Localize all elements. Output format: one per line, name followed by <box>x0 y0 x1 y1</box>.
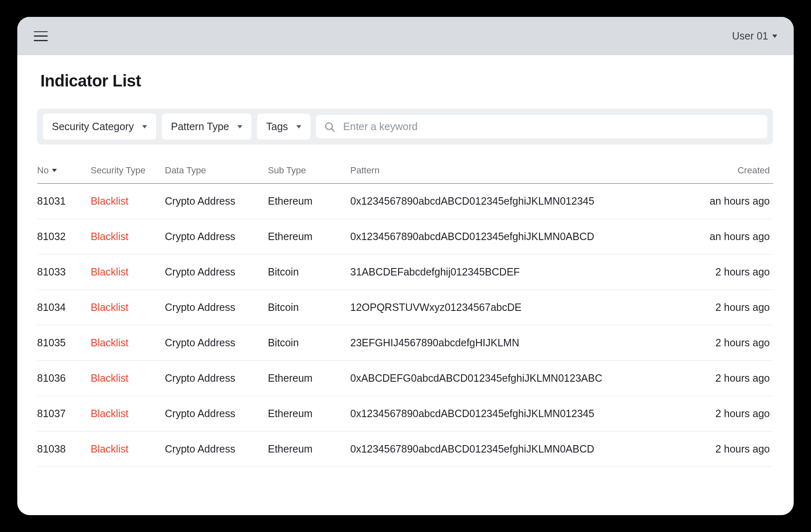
table-row[interactable]: 81036BlacklistCrypto AddressEthereum0xAB… <box>37 361 773 396</box>
cell-sub-type: Bitcoin <box>268 325 350 361</box>
cell-created: an hours ago <box>687 219 773 254</box>
user-label: User 01 <box>732 30 768 42</box>
caret-down-icon <box>772 35 777 38</box>
filter-tags[interactable]: Tags <box>257 114 310 140</box>
filter-pattern-type[interactable]: Pattern Type <box>162 114 251 140</box>
cell-data-type: Crypto Address <box>165 219 268 254</box>
cell-pattern: 31ABCDEFabcdefghij012345BCDEF <box>350 254 687 290</box>
cell-no: 81031 <box>37 184 91 219</box>
cell-data-type: Crypto Address <box>165 396 268 432</box>
caret-down-icon <box>237 125 242 128</box>
app-window: User 01 Indicator List Security Category… <box>17 17 794 515</box>
cell-no: 81036 <box>37 361 91 396</box>
cell-security-type: Blacklist <box>91 290 165 325</box>
cell-no: 81037 <box>37 396 91 432</box>
caret-down-icon <box>52 169 57 172</box>
cell-data-type: Crypto Address <box>165 254 268 290</box>
cell-created: an hours ago <box>687 184 773 219</box>
col-header-security-type[interactable]: Security Type <box>91 165 165 184</box>
col-header-no[interactable]: No <box>37 165 91 184</box>
filter-label: Tags <box>266 121 288 133</box>
cell-pattern: 0xABCDEFG0abcdABCD012345efghiJKLMN0123AB… <box>350 361 687 396</box>
cell-sub-type: Bitcoin <box>268 290 350 325</box>
table-row[interactable]: 81031BlacklistCrypto AddressEthereum0x12… <box>37 184 773 219</box>
svg-line-1 <box>331 128 334 131</box>
cell-no: 81034 <box>37 290 91 325</box>
search-box[interactable] <box>316 115 767 138</box>
page-title: Indicator List <box>37 72 773 90</box>
cell-security-type: Blacklist <box>91 361 165 396</box>
cell-created: 2 hours ago <box>687 432 773 467</box>
filter-security-category[interactable]: Security Category <box>43 114 156 140</box>
cell-pattern: 0x1234567890abcdABCD012345efghiJKLMN0ABC… <box>350 432 687 467</box>
table-row[interactable]: 81035BlacklistCrypto AddressBitcoin23EFG… <box>37 325 773 361</box>
cell-no: 81032 <box>37 219 91 254</box>
cell-data-type: Crypto Address <box>165 325 268 361</box>
table-row[interactable]: 81032BlacklistCrypto AddressEthereum0x12… <box>37 219 773 254</box>
user-menu[interactable]: User 01 <box>732 30 777 42</box>
table-row[interactable]: 81037BlacklistCrypto AddressEthereum0x12… <box>37 396 773 432</box>
table-header-row: No Security Type Data Type Sub Type Patt… <box>37 165 773 184</box>
cell-no: 81033 <box>37 254 91 290</box>
filter-bar: Security Category Pattern Type Tags <box>37 109 773 145</box>
cell-created: 2 hours ago <box>687 254 773 290</box>
cell-created: 2 hours ago <box>687 361 773 396</box>
search-icon <box>324 121 335 132</box>
cell-sub-type: Bitcoin <box>268 254 350 290</box>
cell-security-type: Blacklist <box>91 184 165 219</box>
cell-sub-type: Ethereum <box>268 361 350 396</box>
menu-icon[interactable] <box>34 31 48 41</box>
search-input[interactable] <box>343 121 759 133</box>
cell-security-type: Blacklist <box>91 325 165 361</box>
cell-data-type: Crypto Address <box>165 184 268 219</box>
caret-down-icon <box>296 125 301 128</box>
cell-data-type: Crypto Address <box>165 290 268 325</box>
cell-pattern: 23EFGHIJ4567890abcdefgHIJKLMN <box>350 325 687 361</box>
cell-pattern: 12OPQRSTUVWxyz01234567abcDE <box>350 290 687 325</box>
cell-data-type: Crypto Address <box>165 361 268 396</box>
filter-label: Security Category <box>52 121 134 133</box>
indicator-table: No Security Type Data Type Sub Type Patt… <box>37 165 773 467</box>
cell-security-type: Blacklist <box>91 396 165 432</box>
cell-sub-type: Ethereum <box>268 219 350 254</box>
col-header-created[interactable]: Created <box>687 165 773 184</box>
table-body: 81031BlacklistCrypto AddressEthereum0x12… <box>37 184 773 467</box>
table-row[interactable]: 81038BlacklistCrypto AddressEthereum0x12… <box>37 432 773 467</box>
cell-sub-type: Ethereum <box>268 432 350 467</box>
cell-sub-type: Ethereum <box>268 184 350 219</box>
cell-pattern: 0x1234567890abcdABCD012345efghiJKLMN0ABC… <box>350 219 687 254</box>
cell-sub-type: Ethereum <box>268 396 350 432</box>
cell-no: 81035 <box>37 325 91 361</box>
cell-security-type: Blacklist <box>91 432 165 467</box>
caret-down-icon <box>142 125 147 128</box>
cell-pattern: 0x1234567890abcdABCD012345efghiJKLMN0123… <box>350 184 687 219</box>
cell-created: 2 hours ago <box>687 325 773 361</box>
cell-created: 2 hours ago <box>687 290 773 325</box>
col-header-pattern[interactable]: Pattern <box>350 165 687 184</box>
col-header-sub-type[interactable]: Sub Type <box>268 165 350 184</box>
table-row[interactable]: 81033BlacklistCrypto AddressBitcoin31ABC… <box>37 254 773 290</box>
col-header-data-type[interactable]: Data Type <box>165 165 268 184</box>
titlebar: User 01 <box>17 17 794 55</box>
cell-security-type: Blacklist <box>91 219 165 254</box>
cell-security-type: Blacklist <box>91 254 165 290</box>
table-row[interactable]: 81034BlacklistCrypto AddressBitcoin12OPQ… <box>37 290 773 325</box>
cell-data-type: Crypto Address <box>165 432 268 467</box>
content-area: Indicator List Security Category Pattern… <box>17 55 794 467</box>
cell-created: 2 hours ago <box>687 396 773 432</box>
cell-no: 81038 <box>37 432 91 467</box>
filter-label: Pattern Type <box>171 121 229 133</box>
cell-pattern: 0x1234567890abcdABCD012345efghiJKLMN0123… <box>350 396 687 432</box>
